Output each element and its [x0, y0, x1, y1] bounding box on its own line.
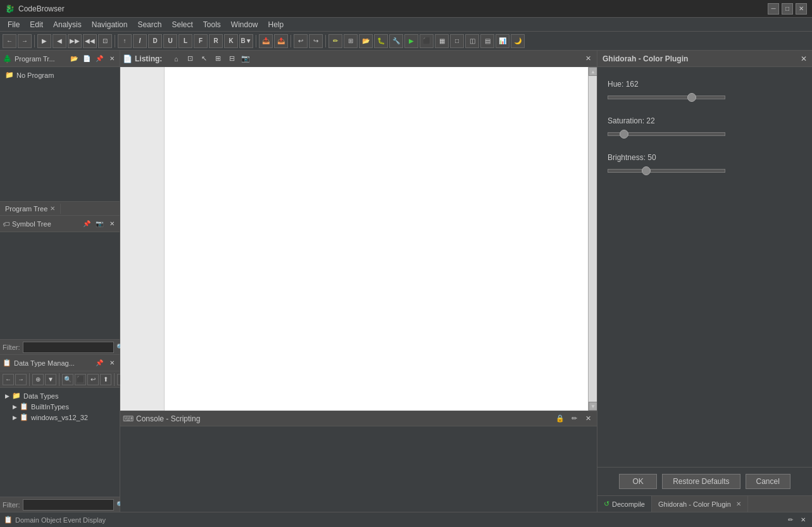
symbol-tree-snapshot-btn[interactable]: 📷 [94, 219, 104, 229]
scroll-track[interactable] [589, 76, 597, 402]
console-close-btn[interactable]: ✕ [582, 412, 594, 425]
tb-square3[interactable]: ◫ [465, 34, 479, 48]
tb-K[interactable]: K [224, 34, 238, 48]
ok-button[interactable]: OK [619, 474, 657, 489]
tb-btn4[interactable]: ◀◀ [83, 34, 97, 48]
color-plugin-tab[interactable]: Ghidorah - Color Plugin ✕ [652, 496, 748, 512]
windows-item[interactable]: ▶ 📋 windows_vs12_32 [3, 412, 117, 423]
scroll-down-btn[interactable]: ▼ [589, 402, 597, 411]
tb-play2[interactable]: ⬛ [420, 34, 434, 48]
data-types-root[interactable]: ▶ 📁 Data Types [3, 390, 117, 401]
program-tree-tab[interactable]: Program Tree ✕ [0, 204, 61, 214]
tb-grid[interactable]: ⊞ [344, 34, 358, 48]
scroll-up-btn[interactable]: ▲ [589, 67, 597, 76]
symbol-tree-close-btn[interactable]: ✕ [107, 219, 117, 229]
tb-U[interactable]: U [163, 34, 177, 48]
tb-L[interactable]: L [178, 34, 192, 48]
listing-btn-snapshot[interactable]: 📷 [239, 53, 252, 65]
program-tree-tab-close[interactable]: ✕ [50, 205, 55, 212]
listing-main[interactable] [165, 67, 588, 411]
tb-squares[interactable]: ▦ [435, 34, 449, 48]
tb-B[interactable]: B▼ [239, 34, 253, 48]
tb-bars[interactable]: ▤ [480, 34, 494, 48]
data-type-pin-btn[interactable]: 📌 [94, 358, 104, 368]
tb-btn5[interactable]: ⊡ [98, 34, 112, 48]
close-button[interactable]: ✕ [796, 3, 807, 15]
program-tree-close-btn[interactable]: ✕ [107, 54, 117, 64]
tb-play[interactable]: ▶ [404, 34, 418, 48]
tb-moon[interactable]: 🌙 [511, 34, 525, 48]
listing-btn-cursor[interactable]: ↖ [197, 53, 210, 65]
minimize-button[interactable]: ─ [768, 3, 779, 15]
tb-btn1[interactable]: ▶ [37, 34, 51, 48]
listing-btn-nav[interactable]: ⊟ [225, 53, 238, 65]
data-filter-input[interactable] [23, 499, 114, 511]
dt-btn1[interactable]: ⊕ [32, 374, 44, 385]
builtin-types-item[interactable]: ▶ 📋 BuiltInTypes [3, 401, 117, 412]
color-plugin-tab-close[interactable]: ✕ [736, 500, 741, 507]
saturation-thumb[interactable] [620, 130, 628, 139]
dt-btn2[interactable]: ▼ [45, 374, 56, 385]
program-tree-open-btn[interactable]: 📂 [69, 54, 79, 64]
tb-back-button[interactable]: ← [3, 34, 16, 48]
tb-bug[interactable]: 🐛 [374, 34, 388, 48]
menu-edit[interactable]: Edit [25, 19, 48, 30]
tb-btn3[interactable]: ▶▶ [68, 34, 82, 48]
maximize-button[interactable]: □ [782, 3, 793, 15]
dt-back-btn[interactable]: ← [3, 374, 14, 385]
dt-btn4[interactable]: ⬆ [100, 374, 111, 385]
program-tree-new-btn[interactable]: 📄 [82, 54, 92, 64]
tb-bug2[interactable]: 🔧 [389, 34, 403, 48]
menu-file[interactable]: File [3, 19, 25, 30]
menu-tools[interactable]: Tools [198, 19, 226, 30]
data-type-close-btn[interactable]: ✕ [107, 358, 117, 368]
listing-close-btn[interactable]: ✕ [582, 53, 594, 65]
tb-F[interactable]: F [194, 34, 208, 48]
tb-R[interactable]: R [209, 34, 223, 48]
color-plugin-close-btn[interactable]: ✕ [801, 54, 807, 63]
dt-filter-btn[interactable]: 🔍 [62, 374, 73, 385]
hue-track[interactable] [608, 96, 725, 99]
dt-btn3[interactable]: ↩ [87, 374, 99, 385]
program-tree-pin-btn[interactable]: 📌 [94, 54, 104, 64]
domain-events-pen-btn[interactable]: ✏ [785, 515, 796, 525]
dt-fwd-btn[interactable]: → [15, 374, 27, 385]
tb-chart[interactable]: 📊 [496, 34, 509, 48]
tb-D[interactable]: D [148, 34, 162, 48]
cancel-button[interactable]: Cancel [746, 474, 790, 489]
tb-forward-button[interactable]: → [18, 34, 32, 48]
decompile-tab[interactable]: ↺ Decompile [597, 496, 652, 512]
listing-btn-home[interactable]: ⌂ [170, 53, 182, 65]
saturation-track[interactable] [608, 132, 725, 136]
menu-search[interactable]: Search [132, 19, 166, 30]
menu-help[interactable]: Help [263, 19, 289, 30]
tb-up-arrow[interactable]: ↑ [118, 34, 132, 48]
menu-window[interactable]: Window [226, 19, 263, 30]
listing-btn-copy[interactable]: ⊡ [184, 53, 196, 65]
menu-select[interactable]: Select [166, 19, 197, 30]
domain-events-close-btn[interactable]: ✕ [798, 515, 808, 525]
hue-thumb[interactable] [687, 93, 696, 102]
listing-btn-grid[interactable]: ⊞ [211, 53, 224, 65]
tb-redo[interactable]: ↪ [309, 34, 323, 48]
console-lock-btn[interactable]: 🔒 [554, 412, 566, 425]
console-content[interactable] [120, 426, 597, 512]
brightness-thumb[interactable] [642, 166, 651, 175]
symbol-filter-input[interactable] [23, 342, 114, 353]
tb-square2[interactable]: □ [450, 34, 464, 48]
console-pen-btn[interactable]: ✏ [568, 412, 580, 425]
tb-I[interactable]: I [133, 34, 147, 48]
no-program-item[interactable]: 📁 No Program [3, 70, 117, 80]
tb-open[interactable]: 📂 [359, 34, 373, 48]
brightness-track[interactable] [608, 169, 725, 173]
symbol-tree-pin-btn[interactable]: 📌 [82, 219, 92, 229]
menu-navigation[interactable]: Navigation [87, 19, 133, 30]
tb-undo[interactable]: ↩ [294, 34, 308, 48]
tb-import[interactable]: 📥 [259, 34, 273, 48]
tb-export[interactable]: 📤 [274, 34, 288, 48]
restore-defaults-button[interactable]: Restore Defaults [662, 474, 740, 489]
dt-refresh-btn[interactable]: ⬛ [75, 374, 86, 385]
menu-analysis[interactable]: Analysis [48, 19, 87, 30]
tb-btn2[interactable]: ◀ [53, 34, 66, 48]
tb-pencil[interactable]: ✏ [328, 34, 342, 48]
